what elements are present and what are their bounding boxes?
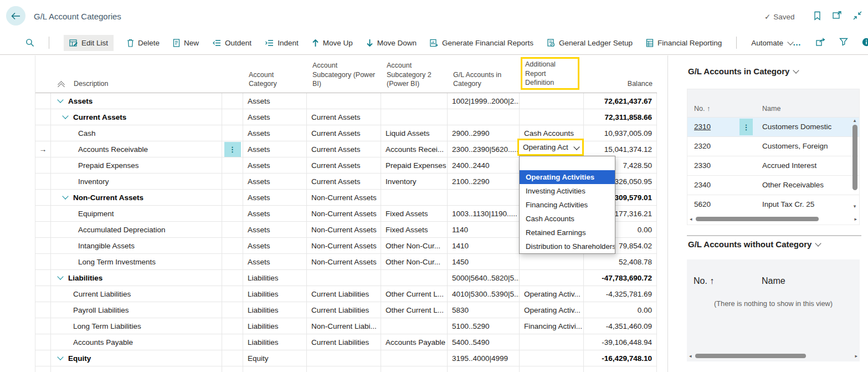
bookmark-icon[interactable] <box>813 11 821 21</box>
row-more-options-button[interactable]: ⋮ <box>739 119 753 135</box>
additional-report-definition-cell[interactable] <box>520 109 584 125</box>
additional-report-definition-select[interactable]: Operating Act <box>517 139 584 156</box>
header-gl-accounts[interactable]: G/L Accounts in Category <box>448 70 520 93</box>
filter-icon[interactable] <box>839 38 848 48</box>
outdent-button[interactable]: Outdent <box>212 39 251 47</box>
row-selector-cell[interactable]: → <box>35 350 51 366</box>
account-subcategory2-cell[interactable]: Fixed Assets <box>381 222 448 237</box>
description-cell[interactable]: Long Term Investments <box>51 254 222 269</box>
share-icon[interactable] <box>816 38 825 48</box>
gl-accounts-cell[interactable]: 2300..2390|5620..... <box>448 141 520 157</box>
description-cell[interactable]: Equity <box>51 350 222 366</box>
expand-chevron-icon[interactable] <box>57 96 63 103</box>
gl-accounts-cell[interactable]: 5000|5640..5820|5... <box>448 270 520 286</box>
row-selector-cell[interactable]: → <box>35 254 51 269</box>
gl-accounts-cell[interactable]: 2400..2440 <box>448 157 520 173</box>
header-description[interactable]: Description <box>51 79 222 93</box>
additional-report-definition-cell[interactable] <box>520 270 584 286</box>
description-cell[interactable]: Current Liabilities <box>51 286 222 302</box>
table-row[interactable]: → Current Liabilities ⋮ Liabilities Curr… <box>35 286 657 302</box>
gl-accounts-cell[interactable] <box>448 109 520 125</box>
row-selector-cell[interactable]: → <box>35 334 51 350</box>
account-category-cell[interactable]: Equity <box>243 350 307 366</box>
dropdown-option[interactable]: Investing Activities <box>520 184 615 198</box>
balance-cell[interactable]: -4,351,460.09 <box>584 318 657 334</box>
row-selector-cell[interactable]: → <box>35 141 51 157</box>
expand-chevron-icon[interactable] <box>62 113 68 119</box>
account-category-cell[interactable]: Liabilities <box>243 270 307 286</box>
account-subcategory-cell[interactable]: Non-Current Assets <box>307 254 381 269</box>
account-subcategory2-cell[interactable] <box>381 93 448 109</box>
account-subcategory-cell[interactable]: Current Assets <box>307 141 381 157</box>
account-subcategory-cell[interactable]: Non-Current Assets <box>307 206 381 221</box>
horizontal-scrollbar[interactable]: ◂ ▸ <box>689 353 857 359</box>
scroll-up-icon[interactable]: ▴ <box>854 118 856 123</box>
factbox-row[interactable]: 2340 ⋮ Other Receivables <box>687 175 859 195</box>
row-selector-cell[interactable]: → <box>35 190 51 205</box>
account-subcategory-cell[interactable]: Current Liabilities <box>307 334 381 350</box>
account-no-link[interactable]: 2320 <box>694 142 711 150</box>
horizontal-scrollbar[interactable]: ◂ ▸ <box>690 216 857 222</box>
additional-report-definition-cell[interactable] <box>520 93 584 109</box>
balance-cell[interactable]: 0.00 <box>584 302 657 318</box>
account-category-cell[interactable]: Assets <box>243 157 307 173</box>
general-ledger-setup-button[interactable]: General Ledger Setup <box>547 39 633 47</box>
row-selector-cell[interactable]: → <box>35 109 51 125</box>
factbox-row[interactable]: 2320 ⋮ Customers, Foreign <box>687 136 859 156</box>
dropdown-option[interactable]: Distribution to Shareholders <box>520 239 615 253</box>
scroll-right-icon[interactable]: ▸ <box>854 217 857 222</box>
gl-accounts-cell[interactable]: 1140 <box>448 222 520 237</box>
account-subcategory2-cell[interactable] <box>381 109 448 125</box>
account-category-cell[interactable]: Liabilities <box>243 318 307 334</box>
expand-chevron-icon[interactable] <box>57 273 63 279</box>
row-selector-cell[interactable]: → <box>35 286 51 302</box>
account-category-cell[interactable]: Assets <box>243 109 307 125</box>
balance-cell[interactable]: -39,106,448.94 <box>584 334 657 350</box>
account-category-cell[interactable]: Equity <box>243 366 307 372</box>
more-options-button[interactable]: … <box>793 40 802 45</box>
account-subcategory-cell[interactable]: Non-Current Assets <box>307 222 381 237</box>
account-no-link[interactable]: 2340 <box>694 181 711 189</box>
scroll-left-icon[interactable]: ◂ <box>690 217 692 222</box>
collapse-icon[interactable] <box>853 11 862 21</box>
header-account-category[interactable]: Account Category <box>243 70 307 93</box>
gl-accounts-cell[interactable]: 1410 <box>448 238 520 253</box>
table-row[interactable]: → Long Term Investments ⋮ Assets Non-Cur… <box>35 254 657 270</box>
description-cell[interactable]: Intangible Assets <box>51 238 222 253</box>
scrollbar-thumb[interactable] <box>696 217 819 221</box>
row-selector-cell[interactable]: → <box>35 366 51 372</box>
column-no[interactable]: No. ↑ <box>694 276 714 286</box>
factbox-in-category-title[interactable]: G/L Accounts in Category <box>688 67 798 76</box>
description-cell[interactable]: Inventory <box>51 174 222 189</box>
move-down-button[interactable]: Move Down <box>366 39 417 47</box>
table-row[interactable]: → Current Assets ⋮ Assets Current Assets… <box>35 109 657 125</box>
description-cell[interactable]: Equipment <box>51 206 222 221</box>
description-cell[interactable]: Non-Current Assets <box>51 190 222 205</box>
column-name[interactable]: Name <box>762 105 780 113</box>
row-selector-cell[interactable]: → <box>35 270 51 286</box>
account-subcategory2-cell[interactable]: Accounts Recei... <box>381 141 448 157</box>
automate-button[interactable]: Automate <box>751 39 793 47</box>
gl-accounts-cell[interactable]: 1002|1999..2000|2... <box>448 93 520 109</box>
edit-list-button[interactable]: Edit List <box>64 35 114 51</box>
account-subcategory2-cell[interactable]: Inventory <box>381 174 448 189</box>
gl-accounts-cell[interactable] <box>448 190 520 205</box>
header-additional-report-definition[interactable]: Additional Report Definition <box>520 57 584 93</box>
indent-button[interactable]: Indent <box>265 39 299 47</box>
back-button[interactable] <box>6 6 25 26</box>
dropdown-option[interactable]: Retained Earnings <box>520 226 615 239</box>
gl-accounts-cell[interactable]: 4010|5300..5390|5... <box>448 286 520 302</box>
balance-cell[interactable]: -2,369,635.15 <box>584 366 657 372</box>
table-row[interactable]: → Liabilities ⋮ Liabilities 5000|5640..5… <box>35 270 657 286</box>
description-cell[interactable]: Accounts Receivable <box>51 141 222 157</box>
scrollbar-thumb[interactable] <box>695 354 807 358</box>
description-cell[interactable]: Liabilities <box>51 270 222 286</box>
table-row[interactable]: → Accounts Payable ⋮ Liabilities Current… <box>35 334 657 350</box>
account-no-link[interactable]: 5620 <box>694 200 711 208</box>
account-subcategory-cell[interactable]: Non-Current Assets <box>307 238 381 253</box>
additional-report-definition-cell[interactable]: Operating Activ... <box>520 286 584 302</box>
gl-accounts-cell[interactable]: 5400..5490 <box>448 334 520 350</box>
balance-cell[interactable]: -47,783,690.72 <box>584 270 657 286</box>
move-up-button[interactable]: Move Up <box>312 39 353 47</box>
additional-report-definition-cell[interactable] <box>520 350 584 366</box>
